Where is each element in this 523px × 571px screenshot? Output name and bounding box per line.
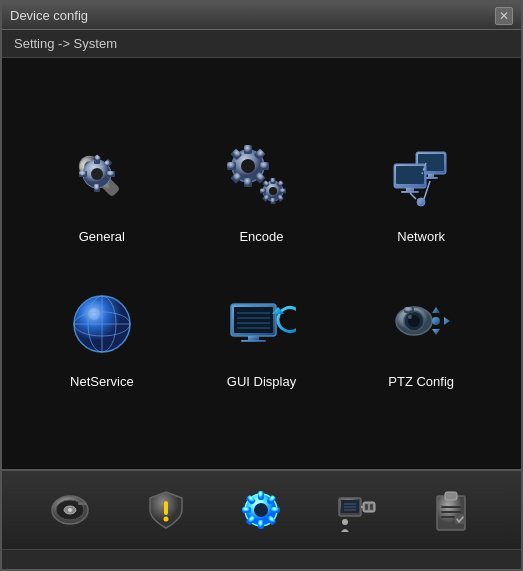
svg-rect-50 — [234, 307, 273, 333]
svg-rect-90 — [365, 504, 368, 510]
svg-rect-23 — [271, 178, 276, 184]
svg-point-75 — [254, 503, 268, 517]
network-tb-icon — [333, 486, 381, 534]
svg-point-93 — [342, 519, 348, 525]
close-button[interactable]: ✕ — [495, 7, 513, 25]
svg-point-12 — [241, 159, 255, 173]
svg-rect-78 — [242, 507, 251, 513]
svg-marker-63 — [432, 307, 440, 313]
svg-point-40 — [417, 198, 425, 206]
toolbar-system-button[interactable] — [231, 480, 291, 540]
svg-rect-89 — [363, 502, 375, 512]
icon-grid: General — [2, 109, 521, 419]
info-icon — [429, 486, 477, 534]
svg-point-22 — [269, 187, 277, 195]
window-title: Device config — [10, 8, 88, 23]
toolbar-info-button[interactable] — [423, 480, 483, 540]
svg-rect-91 — [370, 504, 373, 510]
network-label: Network — [397, 229, 445, 244]
network-icon — [381, 139, 461, 219]
svg-rect-26 — [280, 188, 286, 193]
svg-marker-65 — [444, 317, 450, 325]
svg-rect-36 — [396, 166, 424, 184]
svg-line-41 — [410, 193, 416, 199]
svg-rect-77 — [258, 520, 264, 529]
svg-point-73 — [163, 517, 168, 522]
title-bar: Device config ✕ — [2, 2, 521, 30]
toolbar-storage-button[interactable] — [40, 480, 100, 540]
svg-rect-72 — [164, 501, 168, 515]
encode-icon — [221, 139, 301, 219]
netservice-label: NetService — [70, 374, 134, 389]
svg-point-48 — [88, 308, 100, 320]
svg-point-66 — [432, 317, 440, 325]
svg-rect-14 — [244, 178, 252, 187]
general-icon — [62, 139, 142, 219]
grid-item-encode[interactable]: Encode — [192, 129, 332, 254]
grid-item-gui-display[interactable]: GUI Display — [192, 274, 332, 399]
svg-rect-16 — [260, 162, 269, 170]
grid-item-netservice[interactable]: NetService — [32, 274, 172, 399]
netservice-icon — [62, 284, 142, 364]
encode-label: Encode — [239, 229, 283, 244]
svg-rect-96 — [441, 506, 461, 508]
svg-rect-6 — [94, 184, 100, 192]
svg-rect-62 — [404, 307, 414, 313]
status-bar — [2, 549, 521, 569]
toolbar — [2, 469, 521, 549]
general-label: General — [79, 229, 125, 244]
svg-rect-7 — [79, 171, 87, 177]
alarm-icon — [142, 486, 190, 534]
svg-rect-15 — [227, 162, 236, 170]
breadcrumb: Setting -> System — [2, 30, 521, 58]
svg-rect-38 — [401, 191, 419, 193]
svg-rect-24 — [271, 198, 276, 204]
svg-rect-76 — [258, 491, 264, 500]
svg-rect-98 — [441, 516, 455, 518]
svg-rect-13 — [244, 145, 252, 154]
svg-point-70 — [68, 508, 72, 512]
toolbar-network-button[interactable] — [327, 480, 387, 540]
ptz-config-icon — [381, 284, 461, 364]
svg-rect-95 — [445, 492, 457, 500]
svg-point-4 — [91, 168, 103, 180]
grid-item-general[interactable]: General — [32, 129, 172, 254]
svg-rect-25 — [260, 188, 266, 193]
storage-icon — [46, 486, 94, 534]
grid-item-network[interactable]: Network — [351, 129, 491, 254]
main-content: General — [2, 58, 521, 469]
gui-display-icon — [221, 284, 301, 364]
svg-rect-97 — [441, 511, 461, 513]
svg-rect-56 — [241, 340, 266, 342]
svg-rect-8 — [107, 171, 115, 177]
svg-marker-64 — [432, 329, 440, 335]
gui-display-label: GUI Display — [227, 374, 296, 389]
grid-item-ptz-config[interactable]: PTZ Config — [351, 274, 491, 399]
svg-point-61 — [408, 315, 412, 319]
device-config-window: Device config ✕ Setting -> System — [0, 0, 523, 571]
toolbar-alarm-button[interactable] — [136, 480, 196, 540]
svg-rect-79 — [271, 507, 280, 513]
ptz-config-label: PTZ Config — [388, 374, 454, 389]
system-icon — [237, 486, 285, 534]
breadcrumb-text: Setting -> System — [14, 36, 117, 51]
svg-rect-71 — [78, 502, 86, 505]
